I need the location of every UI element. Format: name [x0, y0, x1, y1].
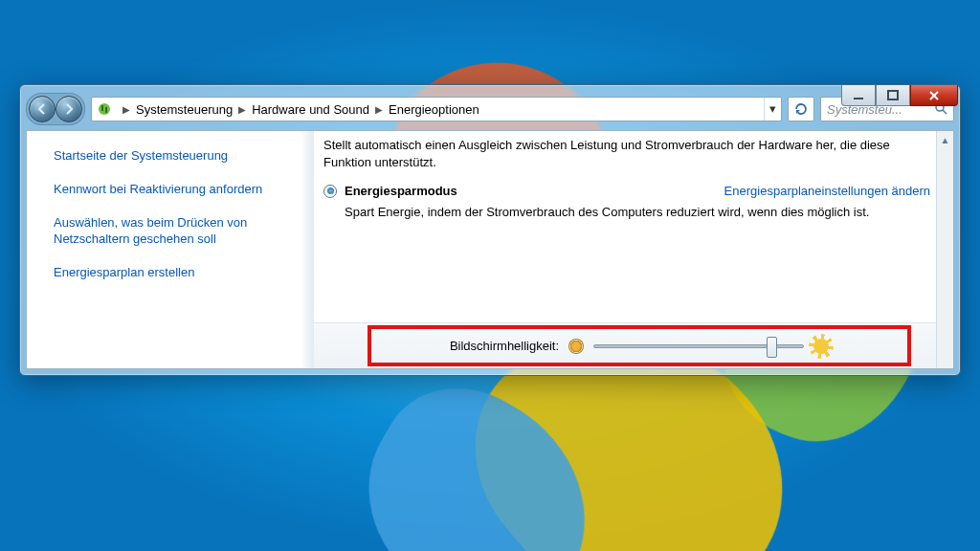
- svg-point-2: [99, 103, 110, 115]
- refresh-button[interactable]: [788, 97, 814, 121]
- address-bar[interactable]: ▶ Systemsteuerung ▶ Hardware und Sound ▶…: [91, 97, 782, 121]
- slider-thumb[interactable]: [767, 337, 777, 358]
- breadcrumb-item[interactable]: Energieoptionen: [389, 102, 479, 117]
- plan-radio-energiesparmodus[interactable]: [323, 185, 337, 198]
- control-panel-window: ▶ Systemsteuerung ▶ Hardware und Sound ▶…: [19, 84, 961, 376]
- minimize-button[interactable]: [841, 85, 876, 106]
- nav-back-forward: [26, 93, 85, 125]
- chevron-right-icon: ▶: [233, 104, 252, 115]
- plan-name: Energiesparmodus: [345, 184, 457, 198]
- control-panel-icon: [96, 100, 113, 118]
- vertical-scrollbar[interactable]: ▲: [936, 131, 953, 368]
- forward-button[interactable]: [56, 96, 82, 122]
- brightness-label: Bildschirmhelligkeit:: [450, 339, 559, 353]
- scroll-up-icon[interactable]: ▲: [937, 131, 953, 148]
- brightness-slider[interactable]: [593, 344, 804, 348]
- svg-line-6: [943, 110, 947, 114]
- back-button[interactable]: [29, 96, 56, 122]
- breadcrumb-item[interactable]: Hardware und Sound: [252, 102, 369, 117]
- brightness-footer: Bildschirmhelligkeit:: [314, 322, 936, 368]
- brightness-high-icon: [813, 339, 829, 354]
- window-controls: [841, 81, 958, 102]
- address-dropdown[interactable]: ▾: [764, 98, 781, 121]
- svg-rect-1: [888, 91, 898, 99]
- chevron-right-icon: ▶: [369, 104, 389, 115]
- main-pane: Stellt automatisch einen Ausgleich zwisc…: [314, 131, 953, 368]
- highlight-box: Bildschirmhelligkeit:: [368, 325, 911, 366]
- sidebar-create-plan-link[interactable]: Energiesparplan erstellen: [54, 265, 301, 281]
- change-plan-settings-link[interactable]: Energiesparplaneinstellungen ändern: [724, 184, 930, 198]
- sidebar: Startseite der Systemsteuerung Kennwort …: [27, 131, 314, 368]
- brightness-low-icon: [568, 339, 584, 354]
- svg-rect-4: [105, 107, 107, 113]
- breadcrumb-item[interactable]: Systemsteuerung: [136, 102, 233, 117]
- close-button[interactable]: [910, 85, 958, 106]
- chevron-right-icon: ▶: [117, 104, 136, 115]
- maximize-button[interactable]: [876, 85, 910, 106]
- sidebar-power-button-link[interactable]: Auswählen, was beim Drücken von Netzscha…: [54, 215, 301, 248]
- sidebar-home-link[interactable]: Startseite der Systemsteuerung: [54, 148, 301, 165]
- sidebar-password-link[interactable]: Kennwort bei Reaktivierung anfordern: [54, 182, 301, 198]
- svg-rect-3: [101, 105, 103, 111]
- plan-description-balanced: Stellt automatisch einen Ausgleich zwisc…: [323, 137, 930, 170]
- plan-description-saver: Spart Energie, indem der Stromverbrauch …: [345, 204, 930, 221]
- content-area: Startseite der Systemsteuerung Kennwort …: [26, 130, 954, 369]
- svg-rect-0: [854, 98, 863, 99]
